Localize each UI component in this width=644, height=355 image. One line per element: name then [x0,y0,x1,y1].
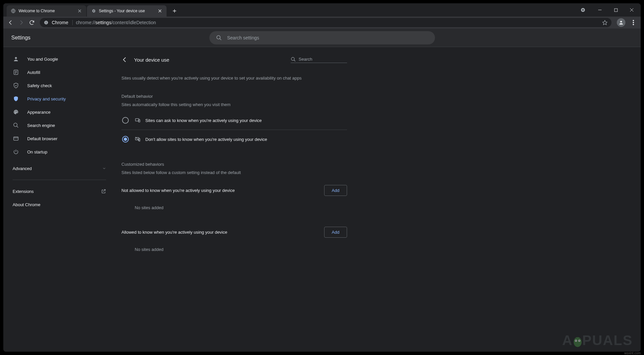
chevron-down-icon [102,166,106,170]
default-behavior-title: Default behavior [121,94,347,99]
minimize-button[interactable] [592,5,608,15]
watermark: APUALS [562,332,633,348]
settings-search[interactable] [209,31,435,44]
svg-point-20 [291,57,294,60]
radio-allow-row[interactable]: Sites can ask to know when you're active… [121,111,347,130]
svg-rect-19 [14,137,18,141]
sidebar-item-you-and-google[interactable]: You and Google [6,52,110,66]
back-button[interactable] [6,18,15,27]
device-icon [135,117,141,123]
settings-panel: Your device use Sites usually detect whe… [121,54,347,352]
gear-icon [91,8,96,14]
url-text: chrome://settings/content/idleDetection [76,20,599,25]
panel-search-input[interactable] [299,57,354,62]
allowed-label: Allowed to know when you're actively usi… [121,230,227,235]
svg-point-12 [15,57,17,59]
radio-button-block[interactable] [122,136,129,143]
forward-button[interactable] [17,18,26,27]
radio-button-allow[interactable] [122,117,129,124]
sidebar-item-autofill[interactable]: Autofill [6,66,110,79]
panel-description: Sites usually detect when you're activel… [121,76,347,81]
site-info-icon[interactable] [44,20,48,25]
not-allowed-empty: No sites added [121,205,347,210]
sidebar-extensions[interactable]: Extensions [6,185,113,198]
svg-rect-5 [46,22,46,24]
sidebar-item-default-browser[interactable]: Default browser [6,132,110,145]
tab-welcome[interactable]: Welcome to Chrome [7,5,86,17]
extension-icon[interactable] [578,5,588,15]
svg-point-25 [574,337,582,347]
default-behavior-subtitle: Sites automatically follow this setting … [121,102,347,107]
sidebar-item-appearance[interactable]: Appearance [6,105,110,119]
svg-point-18 [14,123,17,127]
svg-point-28 [575,340,576,341]
close-icon[interactable] [77,8,82,14]
corner-credit: wsxint.com [624,351,641,355]
svg-point-15 [15,111,16,111]
svg-point-16 [16,111,17,111]
svg-point-11 [217,35,220,39]
svg-point-8 [633,20,634,21]
panel-search[interactable] [291,57,347,63]
tab-title: Welcome to Chrome [19,9,74,13]
svg-rect-3 [614,9,617,12]
palette-icon [13,109,19,115]
sidebar-about-chrome[interactable]: About Chrome [6,198,113,211]
globe-icon [11,8,16,14]
power-icon [13,149,19,155]
sidebar-item-search-engine[interactable]: Search engine [6,119,110,132]
reload-button[interactable] [27,18,36,27]
settings-sidebar: You and Google Autofill Safety check Pri… [3,47,115,352]
add-not-allowed-button[interactable]: Add [324,185,347,196]
allowed-empty: No sites added [121,247,347,252]
browser-icon [13,136,19,142]
address-bar[interactable]: Chrome chrome://settings/content/idleDet… [40,18,611,27]
svg-point-29 [579,340,580,341]
search-icon [216,35,222,41]
url-chip: Chrome [52,20,73,25]
autofill-icon [13,69,19,75]
not-allowed-label: Not allowed to know when you're actively… [121,188,235,193]
svg-rect-6 [46,22,46,22]
add-allowed-button[interactable]: Add [324,227,347,238]
sidebar-item-on-startup[interactable]: On startup [6,145,110,158]
close-icon[interactable] [157,8,163,14]
device-blocked-icon [135,136,141,142]
search-icon [13,122,19,128]
customized-behaviors-title: Customized behaviors [121,162,347,167]
divider [13,180,106,180]
svg-point-17 [17,112,18,112]
tab-settings[interactable]: Settings - Your device use [87,5,167,17]
svg-point-10 [633,24,634,25]
browser-toolbar: Chrome chrome://settings/content/idleDet… [3,17,641,29]
customized-behaviors-subtitle: Sites listed below follow a custom setti… [121,170,347,175]
tab-strip: Welcome to Chrome Settings - Your device… [3,3,641,17]
bookmark-star-icon[interactable] [602,20,608,25]
shield-check-icon [13,83,19,89]
shield-icon [13,96,19,102]
person-icon [13,56,19,62]
tab-title: Settings - Your device use [99,9,155,13]
watermark-logo-icon [571,335,584,348]
browser-menu-button[interactable] [629,18,638,27]
new-tab-button[interactable] [170,6,179,16]
maximize-button[interactable] [608,5,623,15]
back-arrow-button[interactable] [121,56,128,63]
external-link-icon [101,189,106,194]
profile-avatar[interactable] [617,18,625,27]
search-icon [291,57,296,62]
radio-block-row[interactable]: Don't allow sites to know when you're ac… [121,130,347,148]
settings-title: Settings [11,35,31,41]
sidebar-item-safety-check[interactable]: Safety check [6,79,110,92]
svg-point-7 [620,21,622,23]
close-window-button[interactable] [624,5,639,15]
svg-point-2 [582,9,584,11]
settings-search-input[interactable] [227,35,428,40]
sidebar-item-privacy-security[interactable]: Privacy and security [6,92,110,105]
svg-point-14 [14,112,15,112]
svg-point-9 [633,22,634,23]
panel-title: Your device use [134,57,169,63]
sidebar-advanced[interactable]: Advanced [6,162,113,175]
settings-header: Settings [3,29,641,47]
